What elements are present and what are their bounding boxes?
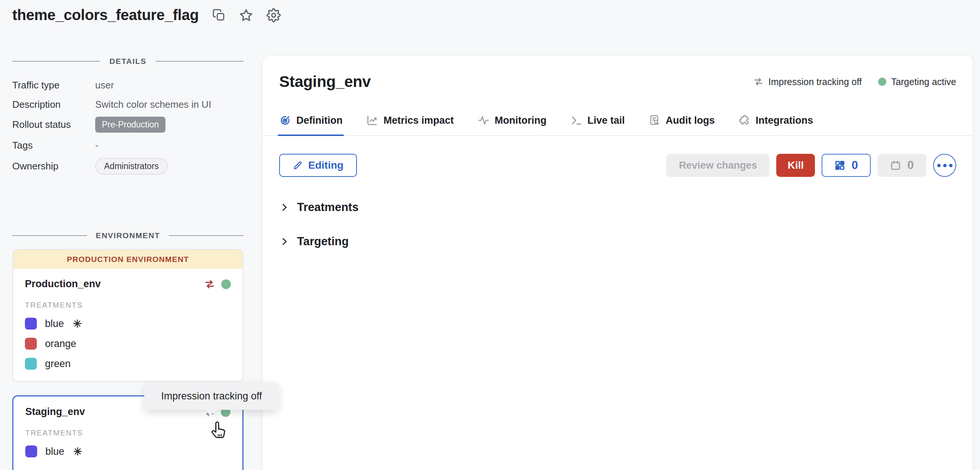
- page-title: theme_colors_feature_flag: [12, 7, 199, 24]
- targeting-section-toggle[interactable]: Targeting: [279, 235, 956, 248]
- rollout-status-badge: Pre-Production: [95, 117, 165, 133]
- grid-icon: [834, 160, 845, 171]
- detail-label: Rollout status: [12, 119, 95, 130]
- tab-live-tail[interactable]: Live tail: [570, 114, 625, 135]
- treatment-swatch: [25, 318, 37, 330]
- gear-icon[interactable]: [267, 8, 281, 22]
- tab-audit-logs[interactable]: Audit logs: [649, 114, 715, 135]
- tab-label: Live tail: [587, 115, 625, 126]
- treatments-label: TREATMENTS: [25, 429, 231, 437]
- divider: [169, 235, 243, 236]
- target-pencil-icon: [279, 114, 291, 126]
- ownership-pill[interactable]: Administrators: [95, 158, 168, 175]
- panel-header: Staging_env Impression tracking off Targ…: [279, 56, 956, 91]
- status-label: Impression tracking off: [768, 76, 862, 87]
- editing-label: Editing: [308, 159, 344, 171]
- ellipsis-icon: [949, 164, 953, 167]
- section-label: Targeting: [297, 235, 349, 248]
- detail-label: Ownership: [12, 160, 95, 172]
- treatment-row: blue: [25, 446, 231, 457]
- targeting-status: Targeting active: [878, 76, 956, 87]
- kill-button[interactable]: Kill: [776, 154, 815, 177]
- environment-name: Staging_env: [25, 406, 85, 418]
- impression-tracking-tooltip: Impression tracking off: [144, 382, 279, 410]
- ellipsis-icon: [943, 164, 947, 167]
- environment-detail-panel: Staging_env Impression tracking off Targ…: [263, 56, 972, 470]
- editing-button[interactable]: Editing: [279, 154, 357, 177]
- targeting-active-dot: [221, 279, 231, 289]
- tab-label: Integrations: [756, 115, 813, 126]
- detail-label: Traffic type: [12, 79, 95, 91]
- document-search-icon: [649, 114, 661, 126]
- default-treatment-asterisk-icon: [73, 446, 83, 457]
- details-rows: Traffic type user Description Switch col…: [12, 75, 243, 176]
- tab-metrics-impact[interactable]: Metrics impact: [366, 114, 453, 135]
- treatment-swatch: [25, 446, 37, 457]
- details-section-title: DETAILS: [109, 57, 146, 66]
- scheduled-changes-button[interactable]: 0: [877, 154, 926, 177]
- impression-tracking-status: Impression tracking off: [753, 76, 862, 87]
- treatment-name: orange: [45, 338, 76, 349]
- tab-label: Monitoring: [495, 115, 547, 126]
- divider: [12, 61, 100, 62]
- treatments-label: TREATMENTS: [25, 301, 231, 310]
- chevron-right-icon: [279, 202, 290, 213]
- detail-row-tags: Tags -: [12, 135, 243, 156]
- pencil-icon: [293, 160, 303, 170]
- pending-changes-button[interactable]: 0: [822, 154, 871, 177]
- detail-label: Tags: [12, 140, 95, 151]
- detail-row-description: Description Switch color schemes in UI: [12, 95, 243, 114]
- section-label: Treatments: [297, 201, 358, 214]
- treatment-row: blue: [25, 318, 231, 330]
- treatment-row: green: [25, 358, 231, 370]
- environment-section-header: ENVIRONMENT: [12, 231, 243, 240]
- pulse-icon: [478, 114, 490, 126]
- detail-value: user: [95, 79, 243, 91]
- tab-integrations[interactable]: Integrations: [739, 114, 813, 135]
- treatment-row: orange: [25, 338, 231, 349]
- scheduled-count: 0: [907, 159, 913, 172]
- star-icon[interactable]: [239, 8, 253, 22]
- detail-value: -: [95, 140, 243, 151]
- tab-bar: Definition Metrics impact Monitoring: [263, 114, 972, 136]
- tab-label: Definition: [296, 115, 342, 126]
- status-label: Targeting active: [891, 76, 956, 87]
- pending-count: 0: [851, 159, 858, 172]
- detail-label: Description: [12, 99, 95, 110]
- ellipsis-icon: [937, 164, 940, 167]
- chevron-right-icon: [279, 236, 290, 247]
- detail-value: Switch color schemes in UI: [95, 99, 243, 110]
- production-environment-banner: PRODUCTION ENVIRONMENT: [13, 250, 243, 268]
- hand-cursor: [209, 421, 227, 441]
- tab-definition[interactable]: Definition: [279, 114, 342, 135]
- environment-name: Production_env: [25, 278, 101, 290]
- treatment-swatch: [25, 358, 37, 370]
- tab-monitoring[interactable]: Monitoring: [478, 114, 547, 135]
- environment-section-title: ENVIRONMENT: [96, 231, 160, 240]
- divider: [155, 61, 243, 62]
- details-section-header: DETAILS: [12, 57, 243, 66]
- calendar-icon: [890, 160, 901, 171]
- copy-icon[interactable]: [212, 8, 226, 22]
- detail-row-traffic-type: Traffic type user: [12, 75, 243, 95]
- divider: [12, 235, 87, 236]
- panel-title: Staging_env: [279, 73, 371, 91]
- page-header: theme_colors_feature_flag: [12, 7, 281, 24]
- treatment-name: green: [45, 358, 71, 370]
- review-changes-button[interactable]: Review changes: [666, 154, 770, 177]
- environment-card-production[interactable]: PRODUCTION ENVIRONMENT Production_env TR…: [12, 249, 243, 381]
- tab-label: Audit logs: [666, 115, 715, 126]
- more-actions-button[interactable]: [933, 154, 956, 177]
- detail-row-ownership: Ownership Administrators: [12, 156, 243, 176]
- treatment-name: blue: [45, 318, 64, 330]
- impression-tracking-icon[interactable]: [204, 279, 215, 290]
- treatments-section-toggle[interactable]: Treatments: [279, 201, 956, 214]
- treatment-name: blue: [45, 446, 64, 457]
- line-chart-icon: [366, 114, 378, 126]
- toolbar: Editing Review changes Kill 0: [279, 154, 956, 177]
- green-dot: [878, 78, 886, 86]
- puzzle-icon: [739, 114, 751, 126]
- terminal-icon: [570, 114, 582, 126]
- treatment-swatch: [25, 338, 37, 349]
- detail-row-rollout-status: Rollout status Pre-Production: [12, 114, 243, 135]
